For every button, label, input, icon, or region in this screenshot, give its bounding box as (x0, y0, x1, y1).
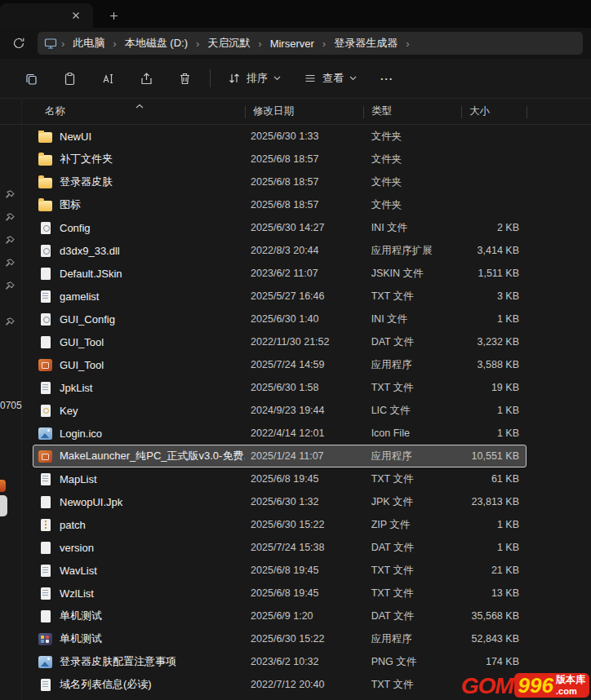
file-row[interactable]: Config 2025/6/30 14:27 INI 文件 2 KB (33, 216, 527, 239)
file-size: 3 KB (460, 290, 526, 302)
file-row[interactable]: MapList 2025/6/8 19:45 TXT 文件 61 KB (33, 467, 527, 490)
file-name-cell: patch (33, 519, 245, 531)
file-name-cell: version (33, 542, 245, 554)
file-name: WzlList (60, 587, 94, 600)
breadcrumb-item[interactable]: Mirserver (264, 35, 320, 52)
file-row[interactable]: NewopUI.Jpk 2025/6/30 1:32 JPK 文件 23,813… (33, 490, 527, 513)
file-row[interactable]: GUI_Tool 2025/7/24 14:59 应用程序 3,588 KB (33, 353, 527, 376)
file-row[interactable]: NewUI 2025/6/30 1:33 文件夹 (33, 125, 527, 148)
file-row[interactable]: 登录器皮肤配置注意事项 2023/6/2 10:32 PNG 文件 174 KB (33, 650, 527, 673)
file-row[interactable]: GUI_Tool 2022/11/30 21:52 DAT 文件 3,232 K… (33, 330, 527, 353)
file-name: version (60, 542, 94, 554)
file-date: 2023/6/2 11:07 (245, 268, 363, 279)
file-date: 2025/7/24 15:38 (245, 542, 363, 553)
file-date: 2022/4/14 12:01 (245, 428, 363, 439)
file-date: 2025/6/9 1:20 (245, 610, 363, 622)
pin-icon (3, 212, 16, 224)
more-options-button[interactable]: ··· (371, 67, 403, 91)
breadcrumb[interactable]: › 此电脑›本地磁盘 (D:)›天启沉默›Mirserver›登录器生成器› (38, 32, 583, 55)
view-button[interactable]: 查看 (295, 65, 366, 91)
file-row[interactable]: WzlList 2025/6/8 19:45 TXT 文件 13 KB (33, 582, 527, 605)
pin-icon (3, 189, 16, 202)
breadcrumb-item[interactable]: 天启沉默 (202, 33, 256, 53)
file-name-cell: Login.ico (33, 428, 245, 440)
new-tab-button[interactable] (104, 7, 122, 24)
file-row[interactable]: 域名列表信息(必读) 2022/7/12 20:40 TXT 文件 (33, 673, 527, 696)
file-row[interactable]: gamelist 2025/5/27 16:46 TXT 文件 3 KB (33, 285, 527, 308)
file-name: WavList (60, 565, 97, 577)
file-type: Icon File (363, 428, 461, 439)
file-name: 补丁文件夹 (60, 152, 113, 166)
file-row[interactable]: MakeLauncher_纯PC_正式版v3.0-免费... 2025/1/24… (33, 445, 527, 467)
pin-icon (3, 317, 16, 329)
close-icon[interactable] (67, 7, 85, 24)
file-row[interactable]: Login.ico 2022/4/14 12:01 Icon File 1 KB (33, 422, 527, 445)
view-icon (304, 72, 317, 85)
file-row[interactable]: Key 2024/9/23 19:44 LIC 文件 1 KB (33, 399, 527, 422)
titlebar (0, 0, 591, 28)
column-divider[interactable] (527, 106, 527, 118)
file-date: 2025/6/30 1:40 (245, 313, 363, 325)
sort-button[interactable]: 排序 (219, 65, 290, 91)
file-type: ZIP 文件 (363, 518, 461, 532)
app-icon (38, 450, 52, 463)
file-row[interactable]: d3dx9_33.dll 2022/8/3 20:44 应用程序扩展 3,414… (33, 239, 527, 262)
file-size: 2 KB (460, 222, 526, 233)
txt-icon (38, 679, 52, 691)
breadcrumb-item[interactable]: 此电脑 (67, 33, 110, 53)
file-name: 单机测试 (60, 631, 102, 646)
file-type: TXT 文件 (363, 472, 461, 486)
file-name: patch (60, 519, 86, 531)
file-row[interactable]: patch 2025/6/30 15:22 ZIP 文件 1 KB (33, 513, 527, 536)
column-header-date[interactable]: 修改日期 (245, 104, 363, 118)
rename-button[interactable] (93, 64, 122, 92)
file-date: 2025/6/30 14:27 (245, 222, 363, 233)
delete-button[interactable] (170, 64, 199, 92)
chevron-right-icon: › (110, 38, 118, 50)
refresh-button[interactable] (7, 32, 31, 55)
file-size: 52,843 KB (460, 633, 526, 645)
png-icon (38, 656, 52, 668)
file-row[interactable]: 单机测试 2025/6/30 15:22 应用程序 52,843 KB (33, 627, 527, 650)
file-size: 10,551 KB (460, 450, 526, 462)
copy-button[interactable] (16, 64, 46, 92)
breadcrumb-item[interactable]: 本地磁盘 (D:) (119, 33, 193, 53)
file-type: 文件夹 (363, 153, 461, 166)
file-name: Key (60, 405, 78, 417)
file-type: JPK 文件 (363, 495, 461, 509)
file-row[interactable]: JpkList 2025/6/30 1:58 TXT 文件 19 KB (33, 376, 527, 399)
file-name-cell: 登录器皮肤配置注意事项 (33, 654, 245, 669)
file-size: 13 KB (460, 587, 526, 599)
file-name-cell: 补丁文件夹 (33, 152, 245, 166)
file-size: 1 KB (460, 519, 526, 530)
explorer-tab[interactable] (0, 3, 93, 28)
file-name: Default.JSkin (60, 268, 122, 280)
pin-icon (3, 235, 16, 247)
folder-icon (38, 178, 52, 188)
column-header-size[interactable]: 大小 (461, 104, 527, 118)
file-row[interactable]: version 2025/7/24 15:38 DAT 文件 1 KB (33, 536, 527, 559)
file-date: 2022/8/3 20:44 (245, 245, 363, 256)
file-row[interactable]: 图标 2025/6/8 18:57 文件夹 (33, 193, 527, 216)
chevron-down-icon (273, 76, 281, 81)
dat-icon (38, 610, 52, 622)
chevron-right-icon: › (193, 38, 202, 50)
column-divider[interactable] (363, 106, 364, 118)
file-row[interactable]: Default.JSkin 2023/6/2 11:07 JSKIN 文件 1,… (33, 262, 527, 285)
navigation-bar: › 此电脑›本地磁盘 (D:)›天启沉默›Mirserver›登录器生成器› (0, 28, 591, 59)
share-button[interactable] (131, 64, 161, 92)
file-name: 图标 (60, 197, 81, 212)
file-row[interactable]: GUI_Config 2025/6/30 1:40 INI 文件 1 KB (33, 308, 527, 330)
column-header-type[interactable]: 类型 (363, 104, 461, 118)
file-row[interactable]: WavList 2025/6/8 19:45 TXT 文件 21 KB (33, 559, 527, 582)
column-divider[interactable] (461, 106, 462, 118)
doc-icon (38, 268, 52, 280)
file-type: TXT 文件 (363, 564, 461, 578)
column-divider[interactable] (245, 106, 246, 118)
paste-button[interactable] (55, 64, 84, 92)
breadcrumb-item[interactable]: 登录器生成器 (328, 33, 403, 53)
file-row[interactable]: 单机测试 2025/6/9 1:20 DAT 文件 35,568 KB (33, 605, 527, 627)
file-row[interactable]: 补丁文件夹 2025/6/8 18:57 文件夹 (33, 148, 527, 171)
file-name: GUI_Tool (60, 336, 104, 348)
file-row[interactable]: 登录器皮肤 2025/6/8 18:57 文件夹 (33, 171, 527, 193)
